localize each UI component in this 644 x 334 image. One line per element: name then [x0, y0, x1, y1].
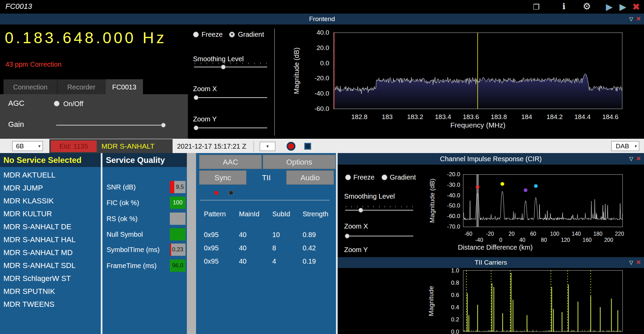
slider-handle[interactable] [194, 95, 198, 100]
divider [200, 200, 329, 200]
svg-text:-20.0: -20.0 [315, 74, 329, 82]
svg-text:80: 80 [541, 237, 547, 243]
record-button[interactable] [287, 142, 295, 151]
tii-column-header: SubId [272, 210, 303, 218]
stop-button[interactable] [304, 143, 311, 150]
tii-table-cell: 10 [272, 231, 303, 244]
tii-body: 1.00.80.60.40.20.0Magnitude [338, 268, 644, 334]
slider-track[interactable] [56, 125, 164, 126]
channel-value: 6B [16, 143, 24, 150]
svg-text:20.0: 20.0 [317, 44, 329, 51]
service-item[interactable]: MDR S-ANHALT MD [0, 246, 101, 259]
service-item[interactable]: MDR S-ANHALT SDL [0, 259, 101, 272]
tab-options[interactable]: Options [263, 155, 336, 169]
slider-handle[interactable] [161, 123, 166, 128]
collapse-icon[interactable]: ▽ [629, 14, 633, 24]
gradient-radio[interactable] [229, 32, 235, 37]
panel-close-icon[interactable]: ✕ [636, 14, 641, 24]
tii-table-cell: 0.19 [303, 257, 337, 271]
tab-fc0013[interactable]: FC0013 [106, 79, 143, 94]
freeze-radio[interactable] [193, 32, 199, 37]
gain-slider[interactable] [56, 122, 164, 128]
svg-text:100: 100 [550, 231, 559, 237]
mode-select[interactable]: DAB ▾ [611, 141, 639, 151]
svg-text:184.6: 184.6 [602, 113, 618, 120]
close-icon[interactable]: ✖ [632, 2, 640, 12]
svg-text:183.8: 183.8 [491, 113, 507, 120]
quality-value-box: 96,0 [170, 260, 186, 272]
panel-close-icon[interactable]: ✕ [636, 153, 641, 165]
quality-label: Null Symbol [107, 228, 143, 240]
collapse-icon[interactable]: ▽ [629, 153, 633, 165]
service-item[interactable]: MDR KULTUR [0, 207, 101, 220]
tii-table-cell: 0.42 [303, 244, 337, 257]
tii-table-cell: 0x95 [204, 257, 239, 271]
svg-text:Magnitude (dB): Magnitude (dB) [293, 48, 300, 94]
svg-text:0: 0 [499, 237, 502, 243]
app-window: FC0013 ❐ ℹ ⚙ ▶ ▶ ✖ Frontend ▽ ✕ 0.183.64… [0, 0, 644, 334]
spectrum-chart: 40.020.00.0-20.0-40.0-60.0182.8183183.21… [276, 24, 644, 139]
service-item[interactable]: MDR JUMP [0, 182, 101, 195]
zoom-y-slider[interactable] [194, 125, 267, 131]
svg-text:-30.0: -30.0 [447, 182, 460, 188]
tii-table-cell: 4 [272, 257, 303, 271]
channel-select[interactable]: 6B ▾ [12, 141, 43, 151]
quality-row: Null Symbol [102, 228, 187, 240]
tii-carriers-title: TII Carriers [475, 259, 507, 266]
tab-audio[interactable]: Audio [286, 170, 334, 185]
slider-handle[interactable] [194, 126, 198, 130]
service-item[interactable]: MDR AKTUELL [0, 169, 101, 182]
info-icon[interactable]: ℹ [562, 2, 565, 11]
ensemble-id-badge: EId: 1135 [51, 140, 97, 152]
panel-close-icon[interactable]: ✕ [636, 257, 641, 268]
agc-radio[interactable] [54, 101, 60, 106]
svg-text:-70.0: -70.0 [447, 223, 460, 230]
frontend-tabs: ConnectionRecorderFC0013 [3, 79, 143, 94]
service-item[interactable]: MDR S-ANHALT DE [0, 220, 101, 233]
settings-icon[interactable]: ⚙ [583, 1, 591, 12]
slider-track[interactable] [194, 67, 267, 67]
service-quality-panel: Service Quality SNR (dB)9,5FIC (ok %)100… [102, 153, 187, 334]
zoom-x-slider[interactable] [194, 95, 267, 100]
device-pane: AGC On/Off Gain [0, 94, 188, 139]
svg-text:-40.0: -40.0 [315, 90, 329, 97]
tab-sync[interactable]: Sync [199, 170, 246, 185]
collapse-icon[interactable]: ▽ [629, 257, 633, 268]
svg-text:183.6: 183.6 [463, 113, 479, 120]
quality-row: FrameTime (ms)96,0 [102, 260, 187, 272]
svg-text:183: 183 [382, 113, 393, 120]
svg-text:40: 40 [519, 237, 526, 243]
svg-text:20: 20 [509, 231, 515, 237]
dropdown-button[interactable]: ▼ [260, 142, 275, 151]
service-item[interactable]: MDR S-ANHALT HAL [0, 233, 101, 246]
tab-recorder[interactable]: Recorder [57, 79, 106, 94]
mode-value: DAB [616, 143, 629, 150]
frontend-panel: Frontend ▽ ✕ 0.183.648.000 Hz 43 ppm Cor… [0, 14, 644, 139]
tab-tii[interactable]: TII [247, 170, 285, 185]
play-icon[interactable]: ▶ [606, 2, 613, 12]
cir-chart: -20.0-30.0-40.0-50.0-60.0-70.0-60-40-200… [338, 165, 644, 257]
svg-text:0.4: 0.4 [451, 304, 459, 311]
svg-text:60: 60 [530, 231, 536, 237]
play-icon[interactable]: ▶ [619, 2, 626, 12]
window-restore-icon[interactable]: ❐ [533, 3, 540, 12]
tab-aac[interactable]: AAC [199, 155, 262, 169]
slider-track[interactable] [194, 97, 267, 98]
service-item[interactable]: MDR TWEENS [0, 298, 101, 311]
svg-text:-20: -20 [486, 231, 494, 237]
svg-text:-40: -40 [475, 237, 483, 243]
details-tabs-top: AACOptions [199, 155, 336, 169]
slider-track[interactable] [194, 128, 267, 128]
tab-connection[interactable]: Connection [3, 79, 57, 94]
service-item[interactable]: MDR SchlagerW ST [0, 272, 101, 285]
service-item[interactable]: MDR KLASSIK [0, 195, 101, 207]
frontend-body: 0.183.648.000 Hz 43 ppm Correction Conne… [0, 24, 644, 139]
timestamp: 2021-12-17 15:17:21 Z [177, 139, 246, 153]
toolbar: 6B ▾ EId: 1135 MDR S-ANHALT 2021-12-17 1… [0, 139, 644, 153]
splitter[interactable] [187, 153, 196, 334]
svg-text:184.2: 184.2 [547, 113, 563, 120]
smoothing-slider[interactable] [194, 64, 267, 70]
service-item[interactable]: MDR SPUTNIK [0, 285, 101, 298]
slider-handle[interactable] [221, 65, 226, 69]
quality-row: SymbolTime (ms)0,23 [102, 244, 187, 256]
